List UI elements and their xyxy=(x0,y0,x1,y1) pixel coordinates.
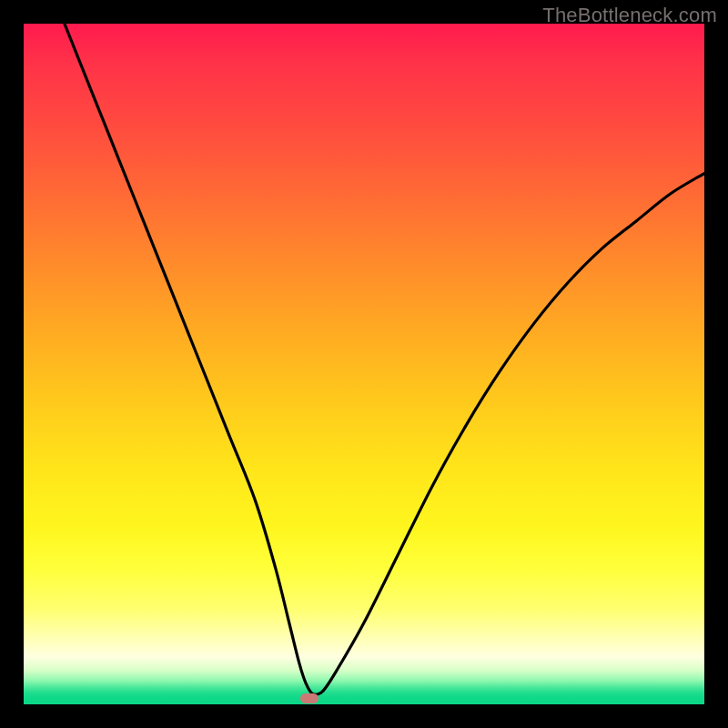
plot-area xyxy=(24,24,704,704)
chart-frame: TheBottleneck.com xyxy=(0,0,728,728)
bottleneck-curve xyxy=(24,24,704,704)
minimum-marker xyxy=(300,693,318,703)
